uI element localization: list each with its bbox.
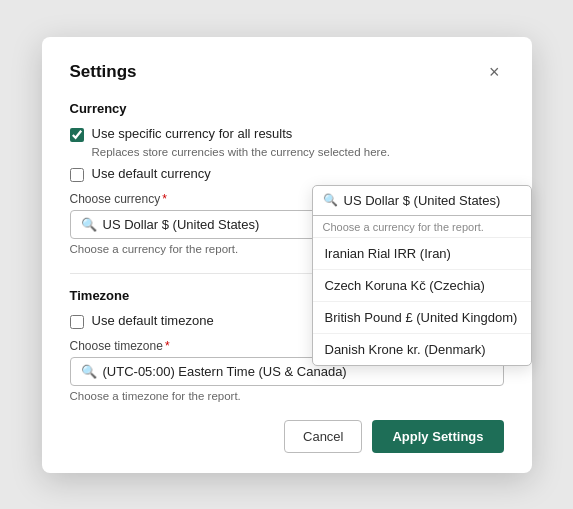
use-default-timezone-checkbox[interactable] — [70, 315, 84, 329]
use-specific-currency-label: Use specific currency for all results — [92, 126, 293, 141]
cancel-button[interactable]: Cancel — [284, 420, 362, 453]
timezone-search-icon: 🔍 — [81, 364, 97, 379]
timezone-input[interactable] — [103, 364, 493, 379]
use-default-timezone-label: Use default timezone — [92, 313, 214, 328]
dialog-overlay: Settings × Currency Use specific currenc… — [42, 37, 532, 473]
dropdown-item-czech[interactable]: Czech Koruna Kč (Czechia) — [313, 270, 531, 302]
currency-section-label: Currency — [70, 101, 504, 116]
dropdown-search-wrap[interactable]: 🔍 — [313, 186, 531, 216]
use-default-currency-row: Use default currency — [70, 166, 504, 182]
use-specific-currency-row: Use specific currency for all results — [70, 126, 504, 142]
dropdown-item-iran[interactable]: Iranian Rial IRR (Iran) — [313, 238, 531, 270]
timezone-field-hint: Choose a timezone for the report. — [70, 390, 504, 402]
use-default-currency-checkbox[interactable] — [70, 168, 84, 182]
dialog-footer: Cancel Apply Settings — [70, 420, 504, 453]
use-default-currency-label: Use default currency — [92, 166, 211, 181]
dropdown-item-uk[interactable]: British Pound £ (United Kingdom) — [313, 302, 531, 334]
dialog-header: Settings × — [70, 61, 504, 83]
use-specific-currency-checkbox[interactable] — [70, 128, 84, 142]
settings-dialog: Settings × Currency Use specific currenc… — [42, 37, 532, 473]
close-button[interactable]: × — [485, 61, 504, 83]
dropdown-search-icon: 🔍 — [323, 193, 338, 207]
dialog-title: Settings — [70, 62, 137, 82]
apply-settings-button[interactable]: Apply Settings — [372, 420, 503, 453]
dropdown-hint: Choose a currency for the report. — [313, 216, 531, 238]
currency-search-icon: 🔍 — [81, 217, 97, 232]
use-specific-currency-sublabel: Replaces store currencies with the curre… — [92, 146, 504, 158]
dropdown-item-denmark[interactable]: Danish Krone kr. (Denmark) — [313, 334, 531, 365]
currency-dropdown: 🔍 Choose a currency for the report. Iran… — [312, 185, 532, 366]
dropdown-search-input[interactable] — [344, 193, 521, 208]
